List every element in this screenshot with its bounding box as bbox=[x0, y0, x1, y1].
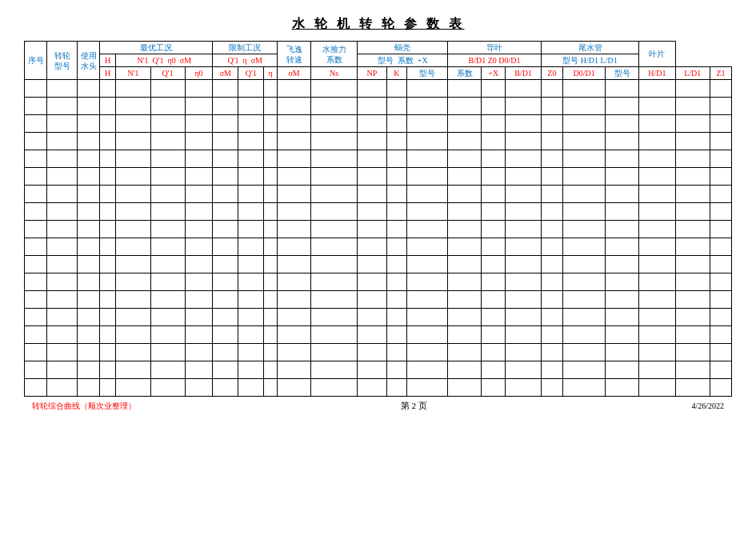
table-cell bbox=[78, 344, 100, 361]
table-cell bbox=[47, 326, 78, 344]
table-cell bbox=[562, 344, 606, 361]
table-cell bbox=[47, 98, 78, 115]
table-cell bbox=[47, 344, 78, 361]
table-cell bbox=[541, 80, 562, 98]
table-cell bbox=[150, 80, 185, 98]
table-cell bbox=[213, 361, 238, 379]
table-cell bbox=[78, 168, 100, 186]
table-cell bbox=[406, 273, 447, 291]
table-cell bbox=[639, 203, 675, 221]
table-cell bbox=[78, 115, 100, 133]
table-cell bbox=[150, 291, 185, 309]
table-cell bbox=[506, 344, 542, 361]
table-cell bbox=[185, 256, 213, 273]
table-cell bbox=[310, 256, 357, 273]
table-cell bbox=[482, 115, 506, 133]
table-cell bbox=[358, 326, 387, 344]
table-cell bbox=[482, 221, 506, 238]
table-cell bbox=[639, 150, 675, 168]
table-cell bbox=[710, 238, 732, 256]
table-cell bbox=[675, 80, 710, 98]
col-d0d1: D0/D1 bbox=[562, 67, 606, 80]
table-cell bbox=[78, 256, 100, 273]
table-cell bbox=[116, 133, 150, 150]
table-cell bbox=[100, 273, 116, 291]
table-cell bbox=[116, 80, 150, 98]
table-cell bbox=[213, 256, 238, 273]
table-cell bbox=[150, 238, 185, 256]
table-cell bbox=[639, 98, 675, 115]
table-cell bbox=[310, 80, 357, 98]
table-cell bbox=[25, 98, 47, 115]
table-cell bbox=[710, 273, 732, 291]
table-row bbox=[25, 256, 732, 273]
table-cell bbox=[278, 256, 311, 273]
col-woke-type: 型号 bbox=[406, 67, 447, 80]
table-cell bbox=[238, 115, 264, 133]
table-cell bbox=[116, 186, 150, 203]
header-zhuanlun: 转轮型号 bbox=[47, 42, 78, 80]
table-cell bbox=[150, 361, 185, 379]
table-cell bbox=[264, 168, 278, 186]
table-cell bbox=[482, 309, 506, 326]
table-cell bbox=[310, 203, 357, 221]
table-body bbox=[25, 80, 732, 397]
table-cell bbox=[482, 186, 506, 203]
table-cell bbox=[675, 186, 710, 203]
table-cell bbox=[541, 326, 562, 344]
table-cell bbox=[710, 221, 732, 238]
table-cell bbox=[541, 98, 562, 115]
table-cell bbox=[150, 273, 185, 291]
table-cell bbox=[185, 379, 213, 397]
table-row bbox=[25, 133, 732, 150]
table-cell bbox=[406, 98, 447, 115]
table-cell bbox=[213, 238, 238, 256]
main-table: 序号 转轮型号 使用水头 最优工况 限制工况 飞逸转速 水推力系 bbox=[24, 41, 732, 397]
table-cell bbox=[406, 238, 447, 256]
table-cell bbox=[562, 186, 606, 203]
table-cell bbox=[358, 291, 387, 309]
table-cell bbox=[710, 291, 732, 309]
table-cell bbox=[264, 273, 278, 291]
table-cell bbox=[541, 379, 562, 397]
table-cell bbox=[150, 186, 185, 203]
table-cell bbox=[386, 256, 406, 273]
table-cell bbox=[606, 186, 639, 203]
table-cell bbox=[606, 80, 639, 98]
table-cell bbox=[506, 133, 542, 150]
table-cell bbox=[213, 203, 238, 221]
table-cell bbox=[310, 326, 357, 344]
table-cell bbox=[406, 115, 447, 133]
table-cell bbox=[606, 273, 639, 291]
table-cell bbox=[710, 98, 732, 115]
table-cell bbox=[185, 361, 213, 379]
table-cell bbox=[238, 238, 264, 256]
table-cell bbox=[47, 168, 78, 186]
table-cell bbox=[562, 361, 606, 379]
col-NP: NP bbox=[358, 67, 387, 80]
table-cell bbox=[150, 133, 185, 150]
table-cell bbox=[448, 186, 482, 203]
table-cell bbox=[606, 133, 639, 150]
table-cell bbox=[278, 379, 311, 397]
table-cell bbox=[448, 238, 482, 256]
table-cell bbox=[264, 344, 278, 361]
table-cell bbox=[185, 98, 213, 115]
table-cell bbox=[278, 221, 311, 238]
table-cell bbox=[406, 326, 447, 344]
table-cell bbox=[116, 150, 150, 168]
header-xianzhi: 限制工况 bbox=[213, 42, 278, 54]
table-cell bbox=[185, 150, 213, 168]
table-row bbox=[25, 344, 732, 361]
header-weishui-sub: 型号 H/D1 L/D1 bbox=[541, 54, 638, 67]
table-cell bbox=[406, 186, 447, 203]
table-cell bbox=[358, 221, 387, 238]
table-cell bbox=[482, 326, 506, 344]
table-cell bbox=[78, 221, 100, 238]
table-row bbox=[25, 273, 732, 291]
table-cell bbox=[482, 133, 506, 150]
table-cell bbox=[47, 150, 78, 168]
table-cell bbox=[238, 361, 264, 379]
table-cell bbox=[386, 326, 406, 344]
table-cell bbox=[639, 133, 675, 150]
